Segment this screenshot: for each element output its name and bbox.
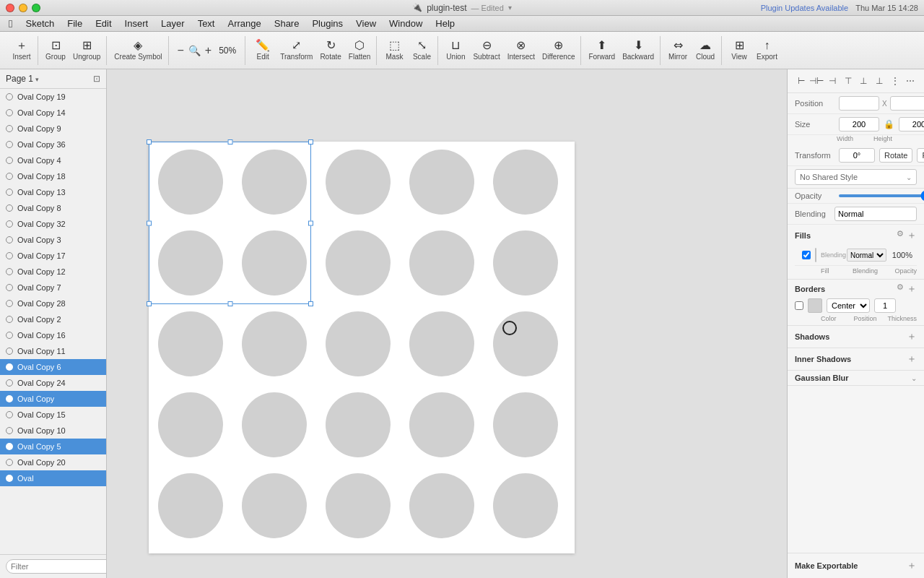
layer-item[interactable]: Oval Copy 16 [0,327,106,343]
layer-item[interactable]: Oval Copy 13 [0,184,106,200]
circle-cell[interactable] [149,142,232,223]
scale-button[interactable]: ⤡ Scale [409,38,435,64]
circle-cell[interactable] [316,465,400,546]
menu-share[interactable]: Share [269,17,305,30]
align-bottom-edges-button[interactable]: ⊥ [872,74,886,88]
layer-item[interactable]: Oval Copy 9 [0,121,106,137]
canvas-area[interactable] [107,69,787,578]
forward-button[interactable]: ⬆ Forward [585,38,618,64]
rotate-button[interactable]: ↻ Rotate [317,38,344,64]
circle-cell[interactable] [400,303,484,384]
blending-select[interactable]: Normal [834,207,917,221]
shadows-section[interactable]: Shadows ＋ [788,326,924,348]
circle-cell[interactable] [149,303,232,384]
lock-icon[interactable]: 🔒 [884,119,894,129]
maximize-button[interactable] [32,4,40,12]
circle-cell[interactable] [149,223,232,303]
layer-item[interactable]: Oval Copy 17 [0,248,106,264]
align-top-edges-button[interactable]: ⊤ [841,74,855,88]
circle-cell[interactable] [400,384,484,465]
fills-add-button[interactable]: ＋ [907,229,917,242]
shared-style-selector[interactable]: No Shared Style ⌄ [795,169,917,185]
border-thickness-input[interactable] [874,298,896,313]
group-button[interactable]: ⊡ Group [43,38,69,64]
intersect-button[interactable]: ⊗ Intersect [505,38,538,64]
border-checkbox[interactable] [795,301,803,310]
x-input[interactable] [839,96,879,111]
menu-edit[interactable]: Edit [90,17,117,30]
circle-cell[interactable] [232,223,316,303]
layer-item[interactable]: Oval Copy 8 [0,200,106,216]
apple-menu[interactable]:  [3,17,18,30]
distribute-v-button[interactable]: ⋯ [903,74,918,88]
opacity-slider[interactable] [839,194,924,197]
layer-item[interactable]: Oval Copy 10 [0,423,106,439]
menu-help[interactable]: Help [430,17,461,30]
circle-cell[interactable] [484,465,567,546]
export-button[interactable]: ↑ Export [754,38,780,64]
border-color-swatch[interactable] [808,298,822,313]
view-button[interactable]: ⊞ View [726,38,752,64]
layer-item[interactable]: Oval Copy 19 [0,89,106,105]
rotate-btn[interactable]: Rotate [879,148,912,163]
width-input[interactable] [839,117,879,131]
circle-cell[interactable] [316,142,400,223]
menu-insert[interactable]: Insert [119,17,154,30]
zoom-minus-button[interactable]: − [176,43,186,59]
circle-cell[interactable] [484,384,567,465]
layer-item[interactable]: Oval Copy 3 [0,232,106,248]
circle-cell[interactable] [316,384,400,465]
layer-item[interactable]: Oval Copy 15 [0,407,106,423]
chevron-down-icon[interactable]: ▾ [508,4,512,12]
layer-item[interactable]: Oval Copy 24 [0,375,106,391]
fill-blending-select[interactable]: Normal [847,249,886,262]
menu-view[interactable]: View [350,17,382,30]
layer-item[interactable]: Oval Copy 14 [0,105,106,121]
difference-button[interactable]: ⊕ Difference [539,38,578,64]
transform-button[interactable]: ⤢ Transform [277,38,315,64]
circle-cell[interactable] [232,465,316,546]
y-input[interactable] [890,96,924,111]
fill-color-swatch[interactable] [815,248,816,262]
circle-cell[interactable] [484,142,567,223]
circle-cell[interactable] [149,384,232,465]
circle-cell[interactable] [400,223,484,303]
layer-item[interactable]: Oval Copy 36 [0,137,106,152]
borders-gear-icon[interactable]: ⚙ [897,282,904,296]
circle-cell[interactable] [400,142,484,223]
layer-item[interactable]: Oval Copy 28 [0,296,106,311]
height-input[interactable] [899,117,924,131]
window-controls[interactable] [6,4,40,12]
circle-cell[interactable] [484,303,567,384]
menu-plugins[interactable]: Plugins [306,17,349,30]
menu-sketch[interactable]: Sketch [19,17,60,30]
layer-item[interactable]: Oval Copy 18 [0,168,106,184]
subtract-button[interactable]: ⊖ Subtract [470,38,502,64]
layer-item[interactable]: Oval Copy 20 [0,454,106,470]
menu-text[interactable]: Text [192,17,221,30]
zoom-plus-button[interactable]: + [204,43,213,59]
menu-arrange[interactable]: Arrange [222,17,266,30]
menu-window[interactable]: Window [383,17,428,30]
inner-shadows-add-button[interactable]: ＋ [907,353,917,366]
circle-cell[interactable] [232,142,316,223]
layer-item[interactable]: Oval Copy 32 [0,216,106,232]
inner-shadows-section[interactable]: Inner Shadows ＋ [788,348,924,371]
layer-item[interactable]: Oval [0,470,106,486]
circle-cell[interactable] [316,303,400,384]
distribute-h-button[interactable]: ⋮ [888,74,902,88]
mirror-button[interactable]: ⇔ Mirror [665,38,691,64]
create-symbol-button[interactable]: ◈ Create Symbol [111,38,165,64]
page-selector[interactable]: Page 1 ▾ [6,74,39,84]
ungroup-button[interactable]: ⊞ Ungroup [70,38,103,64]
circle-cell[interactable] [232,303,316,384]
filter-input[interactable] [6,559,107,574]
circle-cell[interactable] [149,465,232,546]
backward-button[interactable]: ⬇ Backward [619,38,657,64]
layer-item[interactable]: Oval Copy 4 [0,152,106,168]
sidebar-collapse-button[interactable]: ⊡ [93,74,100,84]
menu-layer[interactable]: Layer [155,17,191,30]
align-center-h-button[interactable]: ⊣⊢ [809,74,824,88]
align-right-edges-button[interactable]: ⊣ [825,74,840,88]
menu-file[interactable]: File [61,17,88,30]
